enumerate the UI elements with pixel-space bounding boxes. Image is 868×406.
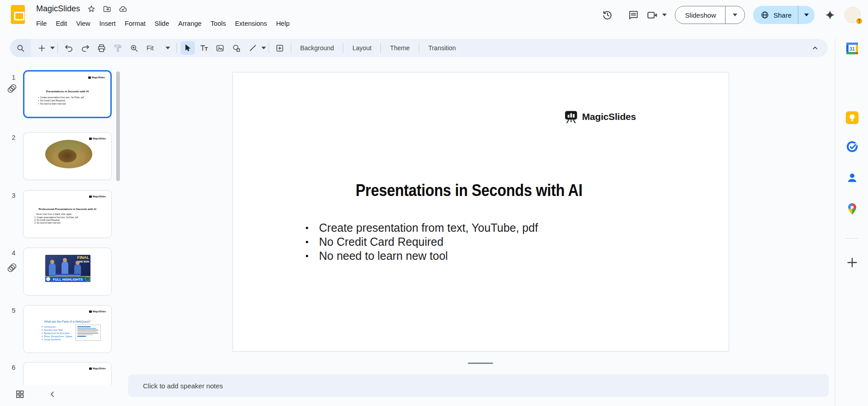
insert-line-button[interactable] <box>246 41 260 55</box>
select-cursor-button[interactable] <box>180 41 195 55</box>
google-keep-icon[interactable] <box>846 111 859 124</box>
slide-filmstrip: 1 2 3 4 5 6 MagicSlides Presentations in… <box>0 57 123 385</box>
menu-help[interactable]: Help <box>271 18 294 29</box>
add-comment-icon <box>275 43 285 53</box>
shape-icon <box>232 43 241 53</box>
history-icon[interactable] <box>598 5 617 25</box>
gemini-sparkle-icon[interactable] <box>821 5 839 25</box>
menu-slide[interactable]: Slide <box>150 18 174 29</box>
search-icon <box>16 43 25 53</box>
app-header: MagicSlides File Edit View Insert Format… <box>0 0 868 38</box>
slide-number: 5 <box>9 307 18 314</box>
print-button[interactable] <box>94 41 109 55</box>
text-box-icon <box>199 43 209 53</box>
slide-number: 6 <box>9 364 18 371</box>
move-folder-icon[interactable] <box>103 5 112 14</box>
slide-thumbnail-4[interactable]: FINAL IND WON FULL HIGHLIGHTS <box>23 248 112 296</box>
attachment-rings-icon <box>6 82 18 95</box>
slide-title-text[interactable]: Presentations in Seconds with AI <box>256 181 682 200</box>
slide-number: 1 <box>9 74 18 81</box>
comments-icon[interactable] <box>624 5 644 25</box>
workspace-side-panel: 31 <box>835 38 868 406</box>
slideshow-dropdown[interactable] <box>725 6 745 24</box>
svg-text:31: 31 <box>849 46 855 52</box>
collapse-filmstrip-button[interactable] <box>44 386 61 402</box>
thumb-title: Presentations in Seconds with AI <box>24 90 110 93</box>
menu-edit[interactable]: Edit <box>51 18 71 29</box>
thumb-title: What are the Parts of a WebQuest? <box>24 320 111 323</box>
star-icon[interactable] <box>87 5 96 14</box>
account-avatar[interactable]: ! <box>844 7 861 23</box>
print-icon <box>97 43 106 53</box>
team-logo-left <box>46 277 51 282</box>
menu-arrange[interactable]: Arrange <box>174 18 206 29</box>
slide-editing-canvas[interactable]: MagicSlides Presentations in Seconds wit… <box>232 72 729 352</box>
menu-extensions[interactable]: Extensions <box>230 18 271 29</box>
meet-video-button[interactable] <box>646 9 667 21</box>
google-tasks-icon[interactable] <box>846 140 859 153</box>
menu-file[interactable]: File <box>32 18 51 29</box>
chevron-down-icon[interactable] <box>662 14 667 16</box>
slide-thumbnail-2[interactable]: MagicSlides <box>23 132 112 180</box>
line-icon <box>248 43 257 53</box>
chevron-down-icon <box>166 47 170 49</box>
cloud-saved-icon[interactable] <box>119 5 128 14</box>
get-add-ons-icon[interactable] <box>846 256 859 269</box>
thumb-title: Professional Presentations in Seconds wi… <box>24 208 111 210</box>
transition-button[interactable]: Transition <box>422 41 462 55</box>
paint-format-button[interactable] <box>110 41 125 55</box>
filmstrip-scrollbar[interactable] <box>116 72 120 181</box>
magicslides-mini-logo-icon <box>88 76 91 79</box>
slide-thumbnail-3[interactable]: MagicSlides Professional Presentations i… <box>23 190 112 238</box>
deer-photo-oval <box>45 140 92 168</box>
collapse-toolbar-button[interactable] <box>811 43 820 53</box>
thumb-subtitle: Never start from a blank slide again. <box>36 213 72 215</box>
background-button[interactable]: Background <box>294 41 341 55</box>
menu-tools[interactable]: Tools <box>206 18 231 29</box>
line-dropdown-icon[interactable] <box>261 47 266 49</box>
image-icon <box>215 43 225 53</box>
share-button[interactable]: Share <box>753 6 798 24</box>
new-slide-button[interactable] <box>34 41 49 55</box>
undo-icon <box>64 43 74 53</box>
layout-button[interactable]: Layout <box>346 41 378 55</box>
speaker-notes[interactable]: Click to add speaker notes <box>128 374 829 397</box>
menu-view[interactable]: View <box>71 18 95 29</box>
zoom-in-button[interactable] <box>127 41 141 55</box>
magicslides-logo-icon <box>564 110 578 124</box>
chevron-left-icon <box>48 390 57 399</box>
google-contacts-icon[interactable] <box>846 172 859 184</box>
slideshow-button[interactable]: Slideshow <box>675 6 725 24</box>
undo-button[interactable] <box>62 41 76 55</box>
redo-button[interactable] <box>78 41 92 55</box>
menu-insert[interactable]: Insert <box>95 18 120 29</box>
slideshow-split-button: Slideshow <box>675 6 745 24</box>
grid-view-button[interactable] <box>12 386 28 402</box>
insert-image-button[interactable] <box>213 41 228 55</box>
slide-thumbnail-6[interactable]: MagicSlides <box>23 362 112 385</box>
google-calendar-icon[interactable]: 31 <box>846 42 859 55</box>
zoom-select[interactable]: Fit <box>142 44 174 52</box>
redo-icon <box>81 43 90 53</box>
share-dropdown[interactable] <box>798 6 815 24</box>
magicslides-mini-logo-icon <box>89 310 92 313</box>
search-menus-button[interactable] <box>10 39 31 57</box>
google-maps-icon[interactable] <box>846 203 859 215</box>
insert-comment-button[interactable] <box>273 41 287 55</box>
webquest-preview-box <box>76 325 101 341</box>
attachment-rings-icon <box>6 262 18 274</box>
slide-thumbnail-5[interactable]: MagicSlides What are the Parts of a WebQ… <box>23 305 112 353</box>
menubar: File Edit View Insert Format Slide Arran… <box>32 18 294 29</box>
new-slide-dropdown-icon[interactable] <box>50 47 55 49</box>
insert-shape-button[interactable] <box>229 41 244 55</box>
slide-body-text[interactable]: Create presentation from text, YouTube, … <box>305 221 538 263</box>
text-box-button[interactable] <box>197 41 211 55</box>
slide-thumbnail-1[interactable]: MagicSlides Presentations in Seconds wit… <box>23 70 112 118</box>
main-toolbar: Fit Background Layout Theme Transition <box>10 39 828 57</box>
document-title[interactable]: MagicSlides <box>36 4 80 14</box>
theme-button[interactable]: Theme <box>384 41 416 55</box>
notes-resize-handle[interactable] <box>468 363 493 364</box>
team-logo-right <box>85 277 90 282</box>
slides-app-icon[interactable] <box>11 5 25 24</box>
menu-format[interactable]: Format <box>120 18 150 29</box>
